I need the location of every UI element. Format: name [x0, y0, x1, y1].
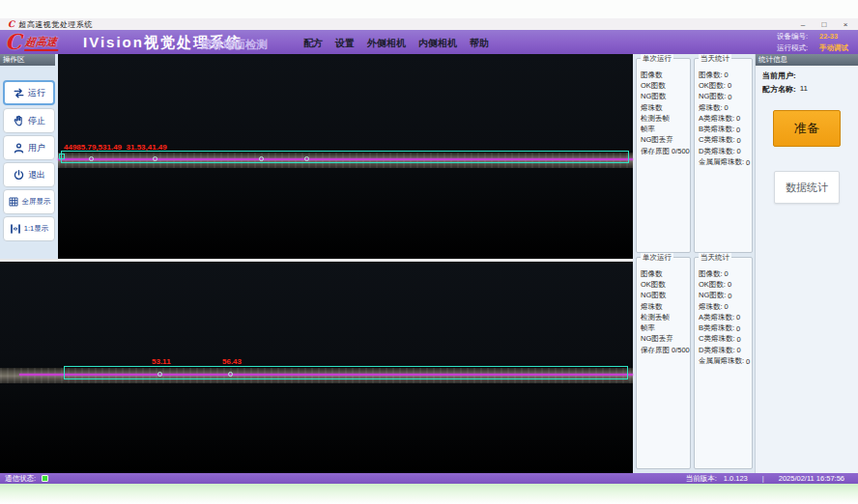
recipe-name-label: 配方名称: [762, 84, 796, 95]
stat-row: NG图数 [641, 291, 690, 301]
prepare-button[interactable]: 准备 [773, 110, 841, 147]
brand-name: 超高速 [24, 35, 60, 51]
bead-marker [304, 156, 309, 161]
comm-status-indicator [42, 475, 48, 482]
statistics-info-panel: 统计信息 当前用户: 配方名称: 11 准备 数据统计 [755, 54, 858, 473]
comm-status-label: 通信状态: [5, 474, 36, 484]
desktop-background-top [0, 0, 858, 18]
stat-row: 金属屑熔珠数:0 [699, 355, 752, 366]
current-user-row: 当前用户: [762, 70, 800, 81]
statistics-info-header: 统计信息 [756, 54, 858, 66]
recipe-name-value: 11 [800, 84, 808, 95]
stat-row: 图像数:0 [699, 70, 752, 80]
app-logo-icon: C [8, 19, 14, 29]
stat-row: 检测丢帧 [641, 312, 690, 322]
bead-marker [89, 156, 94, 161]
stat-row: C类熔珠数:0 [699, 334, 752, 345]
stat-row: 帧率 [641, 124, 690, 134]
stat-row: 保存原图0/500 [641, 345, 690, 355]
stat-row: NG图丢弃 [641, 135, 690, 146]
stat-row: 熔珠数 [641, 301, 690, 312]
recipe-name-row: 配方名称: 11 [762, 84, 808, 95]
operation-area-header: 操作区 [0, 54, 55, 66]
run-mode-label: 运行模式: [777, 42, 815, 54]
run-button[interactable]: 运行 [3, 80, 55, 105]
close-button[interactable]: × [841, 20, 850, 29]
window-titlebar: C 超高速视觉处理系统 – □ × [0, 18, 858, 30]
exit-label: 退出 [28, 169, 45, 182]
app-subtitle: 熔珠端面检测 [201, 38, 268, 52]
fullscreen-grid-icon [8, 196, 19, 208]
device-info: 设备编号: 22-33 运行模式: 手动调试 [777, 31, 848, 53]
one-to-one-label: 1:1显示 [24, 224, 48, 234]
detection-roi-box [64, 366, 628, 379]
measurement-annotation: 56.43 [222, 357, 242, 366]
fullscreen-button[interactable]: 全屏显示 [3, 189, 55, 214]
menu-item-settings[interactable]: 设置 [335, 37, 355, 50]
detection-roi-box [61, 151, 629, 163]
menu-item-help[interactable]: 帮助 [470, 37, 489, 50]
exit-button[interactable]: 退出 [3, 162, 55, 187]
version-value: 1.0.123 [724, 474, 748, 483]
menu-item-recipe[interactable]: 配方 [303, 37, 323, 50]
stat-row: 检测丢帧 [641, 113, 690, 124]
device-number-label: 设备编号: [777, 31, 815, 42]
power-icon [13, 169, 25, 182]
statusbar-separator: | [762, 474, 764, 483]
operation-sidebar: 操作区 运行 停止 用户 退出 全屏显示 1:1显示 [0, 54, 58, 259]
group-title: 单次运行 [641, 54, 673, 63]
inner-camera-view: 53.11 56.43 [0, 262, 633, 473]
maximize-button[interactable]: □ [819, 20, 829, 29]
stat-row: 图像数:0 [699, 268, 752, 279]
run-label: 运行 [28, 87, 45, 99]
measurement-annotation: 44985.79,531.49 31.53,41.49 [64, 143, 167, 152]
stat-row: B类熔珠数:0 [699, 124, 752, 134]
stat-row: D类熔珠数:0 [699, 345, 752, 355]
menu-item-outer-camera[interactable]: 外侧相机 [367, 37, 406, 50]
stat-row: 金属屑熔珠数:0 [699, 156, 752, 167]
one-to-one-button[interactable]: 1:1显示 [3, 216, 55, 241]
run-mode-value: 手动调试 [819, 42, 848, 54]
stat-row: A类熔珠数:0 [699, 312, 752, 322]
version-label: 当前版本: [686, 474, 717, 484]
single-run-stats-bottom: 单次运行 图像数 OK图数 NG图数 熔珠数 检测丢帧 帧率 NG图丢弃 保存原… [636, 257, 691, 469]
stat-row: 熔珠数:0 [699, 301, 752, 312]
bead-marker [259, 156, 264, 161]
stat-row: NG图丢弃 [641, 334, 690, 345]
one-to-one-icon [10, 223, 21, 235]
outer-camera-view: 44985.79,531.49 31.53,41.49 [58, 54, 633, 259]
stat-row: B类熔珠数:0 [699, 322, 752, 333]
desktop-background-bottom [0, 484, 858, 504]
today-stats-top: 当天统计 图像数:0 OK图数:0 NG图数:0 熔珠数:0 A类熔珠数:0 B… [694, 58, 753, 253]
app-window: C 超高速视觉处理系统 – □ × C 超高速 IVision视觉处理系统 熔珠… [0, 0, 858, 504]
bead-marker [228, 372, 233, 377]
bead-marker [153, 156, 157, 161]
stop-button[interactable]: 停止 [3, 108, 55, 133]
stat-row: A类熔珠数:0 [699, 113, 752, 124]
stat-row: 图像数 [641, 70, 690, 80]
stat-row: C类熔珠数:0 [699, 135, 752, 146]
stop-hand-icon [13, 115, 25, 127]
stat-row: OK图数:0 [699, 80, 752, 91]
menu-item-inner-camera[interactable]: 内侧相机 [418, 37, 457, 50]
user-icon [13, 142, 25, 154]
measurement-annotation: 53.11 [152, 357, 171, 366]
status-bar: 通信状态: 当前版本: 1.0.123 | 2025/02/11 16:57:5… [0, 473, 858, 484]
stat-row: 熔珠数:0 [699, 102, 752, 113]
group-title: 单次运行 [641, 253, 673, 262]
current-user-label: 当前用户: [762, 70, 796, 81]
single-run-stats-top: 单次运行 图像数 OK图数 NG图数 熔珠数 检测丢帧 帧率 NG图丢弃 保存原… [636, 58, 691, 253]
user-button[interactable]: 用户 [3, 135, 55, 160]
user-label: 用户 [28, 142, 45, 154]
stat-row: 保存原图0/500 [641, 146, 690, 156]
today-stats-bottom: 当天统计 图像数:0 OK图数:0 NG图数:0 熔珠数:0 A类熔珠数:0 B… [694, 257, 753, 469]
run-icon [13, 87, 25, 99]
group-title: 当天统计 [699, 253, 731, 262]
brand-swoosh-icon: C [5, 30, 22, 54]
stat-row: 帧率 [641, 322, 690, 333]
stat-row: NG图数 [641, 92, 690, 102]
minimize-button[interactable]: – [798, 20, 808, 29]
fullscreen-label: 全屏显示 [22, 197, 51, 207]
edge-marker [59, 154, 65, 159]
data-statistics-button[interactable]: 数据统计 [774, 171, 840, 204]
